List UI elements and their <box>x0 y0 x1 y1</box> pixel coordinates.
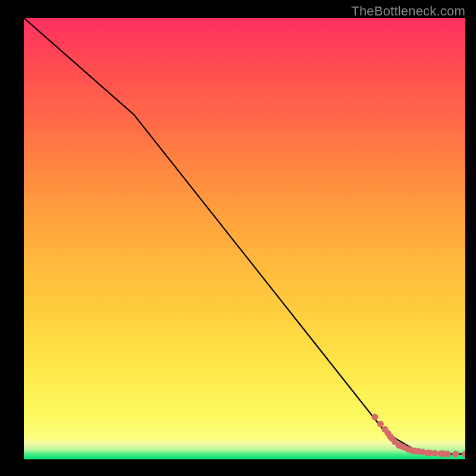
chart-overlay <box>24 18 465 459</box>
scatter-point <box>431 450 438 456</box>
scatter-point <box>452 451 459 458</box>
chart-frame: TheBottleneck.com <box>0 0 476 476</box>
scatter-point <box>377 421 384 427</box>
curve-line <box>24 18 465 454</box>
scatter-point <box>462 451 466 458</box>
watermark-text: TheBottleneck.com <box>351 4 465 19</box>
plot-area <box>24 18 465 459</box>
scatter-point <box>371 414 378 420</box>
scatter-point <box>444 451 451 458</box>
tail-scatter <box>371 414 465 457</box>
